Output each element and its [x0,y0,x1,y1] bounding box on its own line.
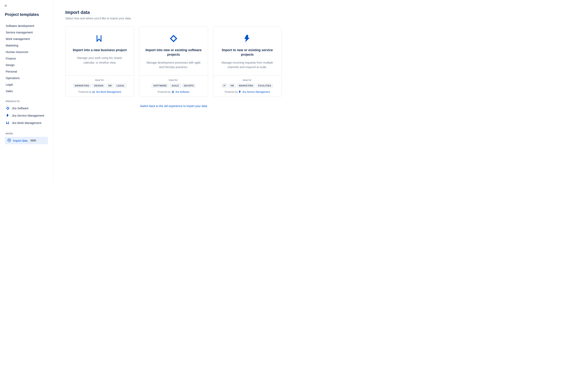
jira-software-icon [6,106,10,110]
products-list: Jira Software Jira Service Management Ji… [5,105,48,127]
card-software-ideal-label: Ideal for: [143,79,204,82]
card-business-bottom: Ideal for: MARKETING DESIGN HR LEGAL Pow… [66,75,134,97]
card-service-icon [219,34,276,43]
sidebar-item-jira-software[interactable]: Jira Software [5,105,48,112]
jira-service-management-label: Jira Service Management [12,114,44,117]
sidebar-item-human-resources[interactable]: Human resources [5,49,48,55]
more-section: MORE Import data NEW [5,132,48,144]
tag-agile: AGILE [170,83,181,88]
main-layout: Project templates Software development S… [0,0,294,184]
sidebar: Project templates Software development S… [0,0,53,184]
switch-back: Switch back to the old experience to imp… [65,104,282,108]
page-title: Import data [65,10,282,15]
import-data-item[interactable]: Import data NEW [5,137,48,144]
powered-by-prefix-2: Powered by [158,91,171,93]
card-service-title: Import to new or existing service projec… [219,48,276,57]
sidebar-item-jira-service-management[interactable]: Jira Service Management [5,112,48,119]
sidebar-item-marketing[interactable]: Marketing [5,42,48,49]
powered-by-prefix-3: Powered by [225,91,238,93]
sidebar-item-sales[interactable]: Sales [5,88,48,94]
import-data-icon [7,138,11,143]
tag-software: SOFTWARE [151,83,169,88]
sidebar-item-finance[interactable]: Finance [5,55,48,62]
jira-service-management-icon [6,114,10,118]
card-service-powered-by: Powered by Jira Service Management [217,91,277,93]
sidebar-item-work-management[interactable]: Work management [5,36,48,42]
more-section-label: MORE [5,132,48,135]
close-button[interactable] [3,3,8,9]
page-subtitle: Select how and where you'd like to impor… [65,17,282,20]
card-business-powered-by: Powered by Jira Work Management [70,91,130,93]
cards-grid: Import into a new business project Manag… [65,26,282,97]
sidebar-item-service-management[interactable]: Service management [5,29,48,36]
card-business-icon [71,34,128,43]
sidebar-nav: Software development Service management … [5,23,48,94]
card-business-title: Import into a new business project [71,48,128,52]
tag-design: DESIGN [92,83,105,88]
card-service-ideal-label: Ideal for: [217,79,277,82]
card-service-desc: Manage incoming requests from multiple c… [219,60,276,69]
tag-marketing: MARKETING [73,83,91,88]
sidebar-item-software-development[interactable]: Software development [5,23,48,29]
jira-work-management-icon [6,121,10,125]
tag-marketing-service: MARKETING [237,83,255,88]
card-service-bottom: Ideal for: IT HR MARKETING FACILITIES Po… [213,75,282,97]
jira-work-management-link[interactable]: Jira Work Management [92,91,121,93]
products-section-label: PRODUCTS [5,100,48,103]
card-software-desc: Manage development processes with agile … [145,60,202,69]
jira-work-management-label: Jira Work Management [12,121,41,125]
tag-legal: LEGAL [115,83,126,88]
new-badge: NEW [30,139,37,142]
powered-by-prefix: Powered by [78,91,91,93]
card-service[interactable]: Import to new or existing service projec… [213,26,282,97]
sidebar-title: Project templates [5,12,48,17]
card-software-title: Import into new or existing software pro… [145,48,202,57]
jira-software-label: Jira Software [12,107,29,110]
card-software[interactable]: Import into new or existing software pro… [139,26,208,97]
svg-marker-0 [6,114,9,117]
tag-it: IT [222,83,227,88]
card-software-tags: SOFTWARE AGILE DEVOPS [143,83,204,88]
card-software-powered-by: Powered by Jira Software [143,91,204,93]
card-business-top: Import into a new business project Manag… [66,27,134,75]
main-content: Import data Select how and where you'd l… [53,0,294,184]
sidebar-item-legal[interactable]: Legal [5,81,48,88]
card-business[interactable]: Import into a new business project Manag… [65,26,134,97]
jwm-product-name: Jira Work Management [96,91,121,93]
sidebar-item-operations[interactable]: Operations [5,75,48,81]
import-data-label: Import data [13,139,27,142]
jira-service-management-link[interactable]: Jira Service Management [238,91,270,93]
tag-devops: DEVOPS [182,83,196,88]
svg-marker-2 [244,35,250,42]
switch-back-link[interactable]: Switch back to the old experience to imp… [140,104,207,108]
sidebar-item-personal[interactable]: Personal [5,68,48,75]
tag-facilities: FACILITIES [256,83,273,88]
svg-marker-3 [239,91,241,93]
card-software-icon [145,34,202,43]
card-software-bottom: Ideal for: SOFTWARE AGILE DEVOPS Powered… [139,75,208,97]
tag-hr: HR [106,83,113,88]
card-service-top: Import to new or existing service projec… [213,27,282,75]
tag-hr-service: HR [229,83,236,88]
jsm-product-name: Jira Service Management [242,91,270,93]
sidebar-item-design[interactable]: Design [5,62,48,68]
js-product-name: Jira Software [175,91,190,93]
card-software-top: Import into new or existing software pro… [139,27,208,75]
card-service-tags: IT HR MARKETING FACILITIES [217,83,277,88]
card-business-tags: MARKETING DESIGN HR LEGAL [70,83,130,88]
sidebar-item-jira-work-management[interactable]: Jira Work Management [5,119,48,127]
card-business-desc: Manage your work using list, board, cale… [71,56,128,65]
card-business-ideal-label: Ideal for: [70,79,130,82]
jira-software-link[interactable]: Jira Software [172,91,190,93]
